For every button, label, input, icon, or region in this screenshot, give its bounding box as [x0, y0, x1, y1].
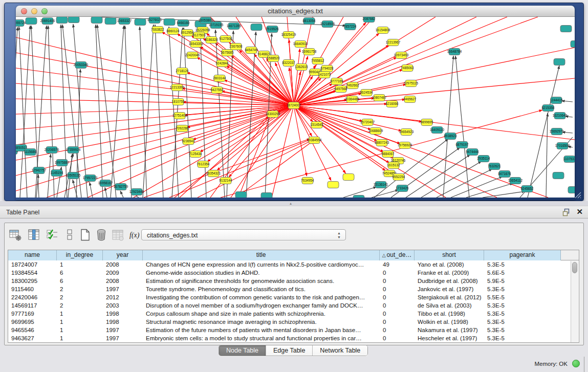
graph-node[interactable]	[554, 59, 565, 65]
graph-node[interactable]	[328, 182, 339, 188]
graph-node[interactable]: 12923446	[129, 189, 144, 195]
graph-node[interactable]: 10807487	[372, 95, 387, 101]
graph-node[interactable]: 1362615	[295, 64, 308, 71]
column-header-out_de[interactable]: △out_de…	[380, 250, 415, 260]
cell-name[interactable]: 14569117	[8, 301, 57, 310]
graph-node[interactable]: 12213967	[386, 39, 401, 46]
cell-in_degree[interactable]: 1	[57, 326, 103, 334]
graph-node[interactable]: 9242844	[216, 60, 229, 67]
cell-pagerank[interactable]: 5.3E-5	[484, 310, 561, 318]
tab-network-table[interactable]: Network Table	[313, 345, 367, 356]
graph-node[interactable]	[261, 193, 272, 198]
table-row[interactable]: 1830029562008Estimation of significance …	[8, 277, 579, 285]
cell-out_de[interactable]: 0	[380, 334, 415, 342]
graph-node[interactable]: 8215358	[542, 105, 555, 112]
cell-year[interactable]: 2012	[103, 293, 143, 301]
graph-node[interactable]: 14671355	[227, 23, 242, 30]
table-row[interactable]: 2242004622012Investigating the contribut…	[8, 293, 579, 301]
graph-node[interactable]: 7663822	[151, 27, 164, 33]
graph-node[interactable]: 1810755	[172, 99, 185, 105]
graph-node[interactable]: 8860124	[167, 28, 180, 35]
graph-node[interactable]: 8471676	[498, 171, 511, 178]
column-header-name[interactable]: name	[8, 250, 57, 260]
graph-node[interactable]: 16543352	[189, 41, 204, 48]
cell-pagerank[interactable]: 5.6E-5	[484, 269, 561, 277]
graph-node[interactable]: 10688609	[368, 128, 383, 135]
cell-out_de[interactable]: 0	[380, 326, 415, 334]
graph-node[interactable]: 19654923	[399, 129, 414, 136]
graph-node[interactable]: 24055724	[16, 20, 26, 27]
graph-node[interactable]	[235, 192, 247, 198]
cell-pagerank[interactable]: 5.5E-5	[484, 293, 561, 301]
tab-edge-table[interactable]: Edge Table	[266, 345, 313, 356]
column-header-title[interactable]: title	[143, 250, 380, 260]
graph-node[interactable]: 6879197	[456, 142, 469, 148]
cell-title[interactable]: Changes of HCN gene expression and I(f) …	[143, 260, 380, 269]
cell-name[interactable]: 22420046	[8, 293, 57, 301]
cell-year[interactable]: 1997	[103, 285, 143, 293]
table-settings-icon[interactable]	[9, 228, 22, 242]
graph-node[interactable]: 16154808	[376, 27, 390, 34]
graph-node[interactable]: 22420046	[185, 52, 200, 59]
graph-node[interactable]: 2935114	[477, 156, 490, 162]
graph-node[interactable]	[91, 17, 102, 24]
cell-name[interactable]: 18300295	[8, 277, 57, 285]
select-columns-icon[interactable]	[46, 228, 59, 242]
graph-node[interactable]: 9245652	[521, 186, 534, 192]
graph-node[interactable]: 12751406	[172, 113, 187, 119]
cell-name[interactable]: 9465546	[8, 326, 57, 334]
citation-network-graph[interactable]: 1872400724055724206914061065332715276021…	[16, 17, 575, 198]
table-row[interactable]: 977716911998Corpus callosum shape and si…	[8, 310, 579, 318]
graph-node[interactable]: 8454749	[245, 47, 258, 54]
graph-node[interactable]: 8938923	[444, 133, 457, 140]
cell-pagerank[interactable]: 5.9E-5	[484, 277, 561, 285]
graph-node[interactable]: 18724007	[287, 102, 301, 109]
graph-node[interactable]: 13505135	[66, 172, 81, 179]
scrollbar-thumb[interactable]	[572, 262, 577, 273]
cell-out_de[interactable]: 0	[380, 285, 415, 293]
cell-pagerank[interactable]: 5.3E-5	[484, 260, 561, 269]
graph-node[interactable]: 16640910	[293, 41, 308, 48]
cell-name[interactable]: 19384554	[8, 269, 57, 277]
graph-node[interactable]: 6497568	[335, 86, 347, 93]
graph-node[interactable]: 17359924	[66, 147, 81, 154]
cell-title[interactable]: Corpus callosum shape and size in male p…	[143, 310, 380, 318]
divider-handle-icon[interactable]: ▴	[290, 202, 292, 205]
cell-short[interactable]: Wolkin et al. (1998)	[415, 318, 484, 326]
graph-node[interactable]: 6466160	[177, 20, 190, 27]
graph-node[interactable]	[135, 19, 146, 26]
cell-title[interactable]: Embryonic stem cells: a model to study s…	[143, 334, 380, 342]
cell-year[interactable]: 1998	[103, 310, 143, 318]
cell-name[interactable]: 18724007	[8, 260, 57, 269]
graph-node[interactable]: 1115686	[24, 149, 36, 156]
cell-pagerank[interactable]: 5.3E-5	[484, 326, 561, 334]
table-row[interactable]: 969969511998Structural magnetic resonanc…	[8, 318, 579, 326]
column-header-in_degree[interactable]: in_degree	[57, 250, 103, 260]
graph-node[interactable]: 6216066	[386, 101, 399, 107]
graph-node[interactable]: 15720407	[360, 119, 375, 126]
graph-node[interactable]: 8186328	[205, 37, 218, 43]
cell-out_de[interactable]: 49	[380, 260, 415, 269]
table-row[interactable]: 1456911722003Disruption of a novel membe…	[8, 301, 579, 310]
table-row[interactable]: 946554611997Estimation of the future num…	[8, 326, 579, 334]
graph-node[interactable]: 1514545	[311, 122, 323, 128]
graph-node[interactable]: 7485063	[401, 65, 414, 72]
cell-title[interactable]: Estimation of significance thresholds fo…	[143, 277, 380, 285]
graph-node[interactable]: 18807243	[375, 140, 389, 146]
graph-node[interactable]: 7092286	[176, 125, 189, 132]
graph-node[interactable]: 7955812	[312, 58, 324, 64]
graph-node[interactable]: 9777169	[331, 78, 343, 85]
cell-pagerank[interactable]: 5.3E-5	[484, 334, 561, 342]
cell-year[interactable]: 2003	[103, 301, 143, 310]
cell-in_degree[interactable]: 6	[57, 269, 103, 277]
cell-out_de[interactable]: 0	[380, 269, 415, 277]
graph-node[interactable]	[164, 19, 175, 26]
graph-node[interactable]	[553, 172, 564, 179]
cell-year[interactable]: 1997	[103, 334, 143, 342]
graph-node[interactable]: 18325419	[281, 32, 296, 38]
graph-node[interactable]: 6794028	[321, 65, 334, 72]
row-height-icon[interactable]	[63, 228, 76, 242]
graph-node[interactable]: 3675685	[221, 50, 234, 56]
cell-in_degree[interactable]: 1	[57, 260, 103, 269]
cell-year[interactable]: 1997	[103, 326, 143, 334]
